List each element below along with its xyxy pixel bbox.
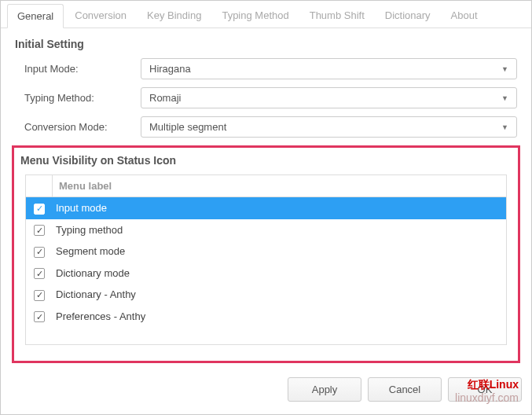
tab-conversion[interactable]: Conversion: [65, 4, 136, 28]
row-label: Dictionary - Anthy: [53, 287, 139, 302]
row-label: Typing method: [53, 222, 126, 237]
row-label: Preferences - Anthy: [53, 309, 149, 324]
check-icon: ✓: [36, 226, 43, 235]
checkbox-input-mode[interactable]: ✓: [34, 204, 45, 215]
menu-visibility-title: Menu Visibility on Status Icon: [17, 154, 515, 167]
table-row[interactable]: ✓ Input mode: [26, 197, 506, 219]
row-label: Input mode: [53, 200, 110, 215]
typing-method-value: Romaji: [149, 92, 181, 104]
conversion-mode-select[interactable]: Multiple segment ▼: [141, 116, 517, 138]
input-mode-select[interactable]: Hiragana ▼: [141, 58, 517, 79]
typing-method-select[interactable]: Romaji ▼: [141, 87, 517, 108]
input-mode-value: Hiragana: [149, 63, 191, 75]
checkbox-column-header: [26, 175, 53, 196]
check-icon: ✓: [36, 248, 43, 256]
checkbox-typing-method[interactable]: ✓: [34, 225, 45, 236]
conversion-mode-label: Conversion Mode:: [24, 121, 141, 133]
chevron-down-icon: ▼: [501, 65, 508, 73]
table-row[interactable]: ✓ Dictionary mode: [26, 263, 506, 285]
input-mode-row: Input Mode: Hiragana ▼: [15, 58, 517, 79]
chevron-down-icon: ▼: [501, 123, 508, 131]
checkbox-dictionary-mode[interactable]: ✓: [34, 268, 45, 279]
cancel-button[interactable]: Cancel: [368, 377, 442, 402]
dialog-footer: Apply Cancel OK 红联Linux linuxdiyf.com: [1, 369, 531, 414]
row-label: Dictionary mode: [53, 266, 133, 281]
check-icon: ✓: [36, 313, 43, 321]
table-row[interactable]: ✓ Preferences - Anthy: [26, 306, 506, 328]
tab-about[interactable]: About: [442, 4, 487, 28]
conversion-mode-value: Multiple segment: [149, 121, 226, 133]
tab-typing-method[interactable]: Typing Method: [212, 4, 298, 28]
chevron-down-icon: ▼: [501, 94, 508, 102]
table-spacer: [26, 327, 506, 344]
tab-general[interactable]: General: [7, 4, 64, 28]
tab-dictionary[interactable]: Dictionary: [376, 4, 440, 28]
checkbox-dictionary-anthy[interactable]: ✓: [34, 290, 45, 301]
input-mode-label: Input Mode:: [24, 63, 141, 75]
apply-button[interactable]: Apply: [288, 377, 361, 402]
table-header: Menu label: [26, 175, 506, 197]
checkbox-segment-mode[interactable]: ✓: [34, 247, 45, 258]
check-icon: ✓: [36, 270, 43, 278]
menu-label-column-header: Menu label: [53, 175, 118, 196]
tab-key-binding[interactable]: Key Binding: [138, 4, 211, 28]
check-icon: ✓: [36, 204, 43, 213]
typing-method-label: Typing Method:: [24, 92, 141, 104]
conversion-mode-row: Conversion Mode: Multiple segment ▼: [15, 116, 517, 138]
table-row[interactable]: ✓ Typing method: [26, 219, 506, 241]
initial-setting-title: Initial Setting: [15, 38, 517, 50]
tabbar: General Conversion Key Binding Typing Me…: [1, 1, 531, 28]
ok-button[interactable]: OK: [448, 377, 522, 402]
menu-visibility-table: Menu label ✓ Input mode ✓ Typing method …: [25, 174, 507, 345]
settings-window: General Conversion Key Binding Typing Me…: [0, 0, 532, 415]
checkbox-preferences-anthy[interactable]: ✓: [34, 311, 45, 322]
row-label: Segment mode: [53, 244, 128, 259]
general-panel: Initial Setting Input Mode: Hiragana ▼ T…: [1, 28, 531, 369]
highlight-annotation: Menu Visibility on Status Icon Menu labe…: [12, 145, 520, 363]
tab-thumb-shift[interactable]: Thumb Shift: [300, 4, 374, 28]
table-row[interactable]: ✓ Dictionary - Anthy: [26, 284, 506, 306]
typing-method-row: Typing Method: Romaji ▼: [15, 87, 517, 108]
table-row[interactable]: ✓ Segment mode: [26, 241, 506, 263]
check-icon: ✓: [36, 291, 43, 299]
